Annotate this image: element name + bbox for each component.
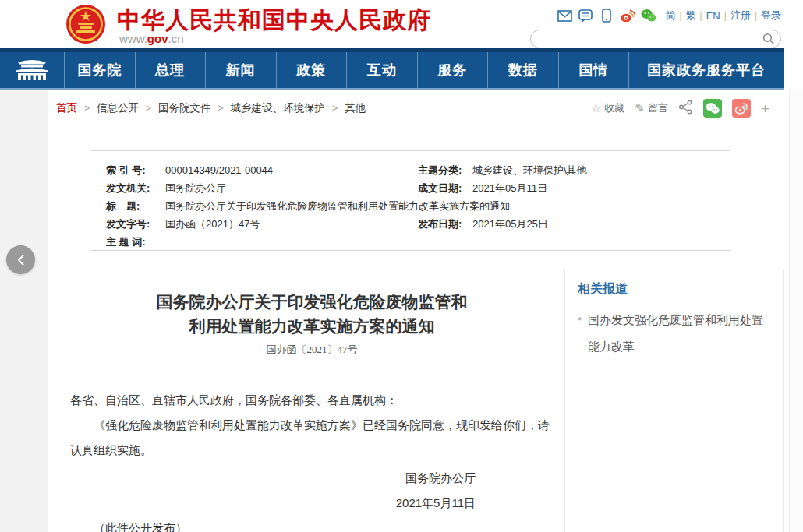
left-gutter [0,90,48,532]
weibo-icon[interactable] [620,8,635,23]
mail-icon[interactable] [557,8,572,23]
tiananmen-icon[interactable] [0,52,65,88]
signature-office: 国务院办公厅 [70,466,476,491]
meta-keywords-label: 主 题 词: [106,233,165,251]
scrollbar-track[interactable] [789,90,803,532]
favorite-button[interactable]: ☆收藏 [591,101,624,115]
comment-button[interactable]: ✎留言 [635,101,668,115]
breadcrumb-separator: > [218,103,224,114]
meta-index-value: 000014349/2021-00044 [165,161,418,179]
breadcrumb-other: 其他 [345,101,366,115]
star-icon: ☆ [591,101,601,115]
meta-category-value: 城乡建设、环境保护\其他 [472,161,714,179]
pencil-icon: ✎ [635,101,645,115]
login-link[interactable]: 登录 [761,9,781,23]
breadcrumb-separator: > [84,103,90,114]
document-body: 国务院办公厅关于印发强化危险废物监管和 利用处置能力改革实施方案的通知 国办函〔… [70,290,554,532]
breadcrumb-info-disclosure[interactable]: 信息公开 [97,101,139,115]
favorite-label: 收藏 [604,101,624,115]
meta-row: 发文机关: 国务院办公厅 成文日期: 2021年05月11日 [106,179,714,197]
national-emblem-icon [65,4,106,44]
search-input[interactable] [540,31,754,47]
meta-publish-date-label: 发布日期: [418,215,472,233]
lang-links: 简 | 繁 | EN | 注册 | 登录 [665,9,781,23]
document-title-line2: 利用处置能力改革实施方案的通知 [70,314,554,338]
site-header: 中华人民共和国中央人民政府 www.gov.cn [0,0,803,48]
weibo-share-icon[interactable] [732,99,751,118]
meta-written-date-label: 成文日期: [418,179,472,197]
header-right: 简 | 繁 | EN | 注册 | 登录 [530,7,781,48]
back-arrow-button[interactable] [6,245,35,274]
breadcrumb-separator: > [146,103,151,114]
nav-item-national-conditions[interactable]: 国情 [559,52,630,88]
related-news-link[interactable]: * 国办发文强化危废监管和利用处置能力改革 [578,307,772,360]
breadcrumb: 首页 > 信息公开 > 国务院文件 > 城乡建设、环境保护 > 其他 [48,101,366,115]
related-news-text: 国办发文强化危废监管和利用处置能力改革 [588,313,763,353]
meta-issuer-value: 国务院办公厅 [165,179,418,197]
search-icon[interactable] [762,33,775,45]
meta-issuer-label: 发文机关: [106,179,165,197]
breadcrumb-state-council-docs[interactable]: 国务院文件 [158,101,211,115]
meta-title-value: 国务院办公厅关于印发强化危险废物监管和利用处置能力改革实施方案的通知 [165,197,714,215]
site-url: www.gov.cn [119,32,184,45]
site-url-cn: .cn [168,32,184,45]
meta-row: 主 题 词: [106,233,714,251]
share-icon[interactable] [678,100,693,118]
meta-doc-number-value: 国办函（2021）47号 [165,215,418,233]
nav-item-news[interactable]: 新闻 [206,52,277,88]
gov-cn-page: 中华人民共和国中央人民政府 www.gov.cn [0,0,803,532]
lang-english[interactable]: EN [706,10,720,22]
document-title-line1: 国务院办公厅关于印发强化危险废物监管和 [70,290,554,314]
more-share-button[interactable]: + [761,101,769,116]
register-link[interactable]: 注册 [730,9,751,23]
meta-written-date-value: 2021年05月11日 [472,179,714,197]
separator: | [700,10,702,21]
breadcrumb-home[interactable]: 首页 [56,101,77,115]
mobile-icon[interactable] [599,8,614,23]
meta-row: 索 引 号: 000014349/2021-00044 主题分类: 城乡建设、环… [106,161,714,179]
meta-index-label: 索 引 号: [106,161,165,179]
salutation-paragraph: 各省、自治区、直辖市人民政府，国务院各部委、各直属机构： [70,388,554,413]
meta-doc-number-label: 发文字号: [106,215,165,233]
separator: | [755,10,757,21]
nav-item-policy[interactable]: 政策 [277,52,348,88]
related-news-sidebar: 相关报道 * 国办发文强化危废监管和利用处置能力改革 [564,269,784,532]
breadcrumb-row: 首页 > 信息公开 > 国务院文件 > 城乡建设、环境保护 > 其他 ☆收藏 ✎… [48,90,784,126]
header-icon-row: 简 | 繁 | EN | 注册 | 登录 [530,7,781,24]
meta-keywords-value [165,233,714,251]
separator: | [724,10,727,21]
site-url-www: www. [119,32,147,45]
meta-row: 标 题: 国务院办公厅关于印发强化危险废物监管和利用处置能力改革实施方案的通知 [106,197,714,215]
bullet: * [578,308,582,334]
body-paragraph: 《强化危险废物监管和利用处置能力改革实施方案》已经国务院同意，现印发给你们，请认… [70,413,554,463]
main-nav: 国务院 总理 新闻 政策 互动 服务 数据 国情 国家政务服务平台 [0,48,784,90]
nav-item-data[interactable]: 数据 [488,52,559,88]
meta-title-label: 标 题: [106,197,165,215]
separator: | [679,10,681,21]
related-news-title: 相关报道 [578,281,772,298]
signature-date: 2021年5月11日 [70,491,476,516]
wechat-icon[interactable] [641,8,656,23]
wechat-share-icon[interactable] [703,99,722,118]
page-actions: ☆收藏 ✎留言 + [591,99,784,118]
message-icon[interactable] [578,8,593,23]
nav-item-premier[interactable]: 总理 [136,52,207,88]
lang-traditional[interactable]: 繁 [686,9,696,23]
search-bar [530,30,781,48]
meta-row: 发文字号: 国办函（2021）47号 发布日期: 2021年05月25日 [106,215,714,233]
comment-label: 留言 [648,101,668,115]
breadcrumb-urban-env[interactable]: 城乡建设、环境保护 [231,101,326,115]
nav-item-services[interactable]: 服务 [418,52,489,88]
public-release-note: （此件公开发布） [70,516,554,532]
site-url-gov: gov [147,32,168,45]
document-number: 国办函〔2021〕47号 [70,343,554,357]
meta-publish-date-value: 2021年05月25日 [472,215,714,233]
lang-simplified[interactable]: 简 [665,9,675,23]
signature-block: 国务院办公厅 2021年5月11日 [70,466,554,516]
document-meta-box: 索 引 号: 000014349/2021-00044 主题分类: 城乡建设、环… [90,150,730,251]
nav-item-gov-service-platform[interactable]: 国家政务服务平台 [629,52,784,88]
nav-item-state-council[interactable]: 国务院 [65,52,136,88]
meta-category-label: 主题分类: [418,161,472,179]
nav-item-interaction[interactable]: 互动 [347,52,418,88]
document-title: 国务院办公厅关于印发强化危险废物监管和 利用处置能力改革实施方案的通知 [70,290,554,338]
